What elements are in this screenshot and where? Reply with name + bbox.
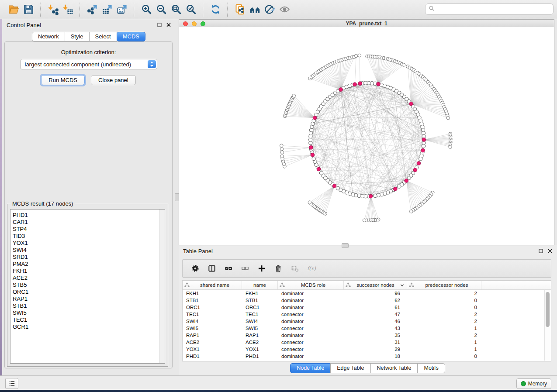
table-cell[interactable]: 2	[407, 318, 481, 325]
table-cell[interactable]: 35	[344, 332, 407, 339]
export-image-icon[interactable]	[114, 3, 129, 17]
table-row[interactable]: SWI5SWI5connector431	[183, 325, 551, 332]
zoom-selected-icon[interactable]	[183, 3, 198, 17]
table-cell[interactable]: 18	[344, 353, 407, 360]
table-row[interactable]: TEC1TEC1connector472	[183, 311, 551, 318]
refresh-icon[interactable]	[208, 3, 223, 17]
close-panel-icon[interactable]	[166, 21, 171, 29]
table-cell[interactable]: RAP1	[183, 332, 242, 339]
table-cell[interactable]: FKH1	[242, 290, 278, 297]
mcds-result-item[interactable]: SWI4	[13, 247, 165, 254]
import-network-icon[interactable]	[45, 3, 60, 17]
horizontal-splitter[interactable]	[342, 243, 349, 248]
table-cell[interactable]: YOX1	[242, 346, 278, 353]
float-panel-icon[interactable]	[157, 21, 162, 29]
network-window-titlebar[interactable]: YPA_prune.txt_1	[179, 20, 554, 28]
mcds-result-item[interactable]: ACE2	[13, 275, 165, 282]
table-row[interactable]: STB1STB1dominator620	[183, 297, 551, 304]
vizmapper-icon[interactable]	[262, 3, 277, 17]
tab-select[interactable]: Select	[89, 32, 117, 41]
table-cell[interactable]: 2	[407, 332, 481, 339]
zoom-in-icon[interactable]	[139, 3, 154, 17]
window-minimize-button[interactable]	[192, 21, 197, 26]
table-cell[interactable]: TEC1	[242, 311, 278, 318]
tab-style[interactable]: Style	[65, 32, 90, 41]
table-row[interactable]: FKH1FKH1dominator962	[183, 290, 551, 297]
table-cell[interactable]: dominator	[278, 290, 344, 297]
add-row-icon[interactable]	[257, 264, 266, 273]
scrollbar-thumb[interactable]	[546, 292, 550, 327]
table-cell[interactable]: ACE2	[242, 339, 278, 346]
table-cell[interactable]: PHD1	[242, 353, 278, 360]
table-cell[interactable]: dominator	[278, 297, 344, 304]
table-cell[interactable]: STB1	[242, 297, 278, 304]
table-cell[interactable]: PHD1	[183, 353, 242, 360]
export-network-icon[interactable]	[85, 3, 100, 17]
column-header-predecessor-nodes[interactable]: predecessor nodes	[407, 281, 481, 289]
table-cell[interactable]: 0	[407, 304, 481, 311]
table-cell[interactable]: 61	[344, 304, 407, 311]
tab-node-table[interactable]: Node Table	[290, 363, 331, 373]
mcds-result-item[interactable]: SWI5	[13, 309, 165, 316]
mcds-result-item[interactable]: STP4	[13, 226, 165, 233]
table-row[interactable]: YOX1YOX1connector291	[183, 346, 551, 353]
mcds-result-item[interactable]: TEC1	[13, 316, 165, 323]
tab-mcds[interactable]: MCDS	[117, 32, 145, 41]
table-scrollbar[interactable]	[544, 290, 550, 361]
mcds-result-item[interactable]: STB1	[13, 303, 165, 309]
save-session-icon[interactable]	[21, 3, 36, 17]
table-cell[interactable]: dominator	[278, 332, 344, 339]
table-cell[interactable]: dominator	[278, 318, 344, 325]
table-cell[interactable]: TEC1	[183, 311, 242, 318]
tab-edge-table[interactable]: Edge Table	[330, 363, 370, 373]
table-cell[interactable]: ORC1	[183, 304, 242, 311]
table-cell[interactable]: 0	[407, 353, 481, 360]
mcds-result-item[interactable]: CAR1	[13, 219, 165, 226]
mcds-result-item[interactable]: PMA2	[13, 261, 165, 268]
select-all-icon[interactable]	[224, 264, 233, 273]
table-cell[interactable]: 31	[344, 339, 407, 346]
tab-motifs[interactable]: Motifs	[417, 363, 445, 373]
import-table-icon[interactable]	[60, 3, 75, 17]
float-panel-icon[interactable]	[538, 248, 543, 255]
table-cell[interactable]: 47	[344, 311, 407, 318]
column-header-shared-name[interactable]: shared name	[183, 281, 242, 289]
table-cell[interactable]: SWI5	[242, 325, 278, 332]
table-cell[interactable]: STB1	[183, 297, 242, 304]
mcds-result-item[interactable]: YOX1	[13, 240, 165, 247]
mcds-result-item[interactable]: PHD1	[13, 212, 165, 219]
table-cell[interactable]: RAP1	[242, 332, 278, 339]
mcds-result-item[interactable]: ORC1	[13, 289, 165, 296]
memory-button[interactable]: Memory	[516, 378, 551, 389]
table-cell[interactable]: SWI4	[242, 318, 278, 325]
tab-network[interactable]: Network	[32, 32, 65, 41]
network-canvas[interactable]	[179, 27, 554, 245]
table-row[interactable]: RAP1RAP1dominator352	[183, 332, 551, 339]
export-table-icon[interactable]	[100, 3, 114, 17]
table-cell[interactable]: YOX1	[183, 346, 242, 353]
table-cell[interactable]: 29	[344, 346, 407, 353]
column-header-MCDS-role[interactable]: MCDS role	[278, 281, 344, 289]
table-cell[interactable]: ORC1	[242, 304, 278, 311]
table-cell[interactable]: 1	[407, 346, 481, 353]
window-maximize-button[interactable]	[201, 21, 205, 26]
vertical-splitter[interactable]	[176, 19, 179, 375]
mcds-result-item[interactable]: STB5	[13, 282, 165, 289]
mcds-result-item[interactable]: SRD1	[13, 254, 165, 261]
network-search-box[interactable]	[425, 3, 554, 15]
deselect-all-icon[interactable]	[241, 264, 249, 273]
table-cell[interactable]: 1	[407, 325, 481, 332]
mcds-result-item[interactable]: RAP1	[13, 296, 165, 303]
settings-gear-icon[interactable]	[191, 264, 200, 273]
open-file-icon[interactable]	[6, 3, 21, 17]
columns-icon[interactable]	[208, 264, 216, 273]
table-cell[interactable]: 46	[344, 318, 407, 325]
optimization-criterion-select[interactable]: largest connected component (undirected)	[20, 59, 157, 69]
result-list-scrollbar[interactable]	[159, 210, 165, 363]
table-cell[interactable]: connector	[278, 346, 344, 353]
table-cell[interactable]: SWI4	[183, 318, 242, 325]
table-cell[interactable]: 0	[407, 297, 481, 304]
column-header-name[interactable]: name	[242, 281, 278, 289]
table-cell[interactable]: dominator	[278, 304, 344, 311]
table-cell[interactable]: FKH1	[183, 290, 242, 297]
